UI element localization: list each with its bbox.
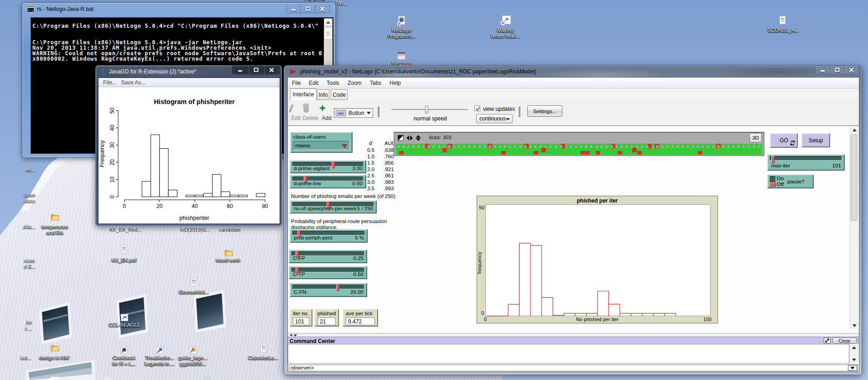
slider-no-of-spearphish-per-week[interactable]: no-of-spearphish-per-week5 / 250	[290, 200, 377, 213]
switch-pause[interactable]: OnOffpause?	[767, 174, 814, 188]
add-button[interactable]: Add	[319, 102, 334, 124]
javagd-window[interactable]: JavaGD for R-Extension (2) *active* File…	[95, 65, 282, 226]
scroll-up-button[interactable]	[850, 126, 858, 134]
edit-button[interactable]: Edit	[288, 102, 304, 124]
world-canvas[interactable]	[396, 144, 762, 155]
clear-button[interactable]: Clear	[832, 338, 857, 344]
netlogo-window[interactable]: phishing_model_v2 - NetLogo {C:\Users\ka…	[284, 65, 862, 375]
command-center-output[interactable]	[288, 344, 849, 364]
scroll-up-button[interactable]	[324, 18, 333, 26]
maximize-button[interactable]	[830, 66, 844, 74]
desktop-icon-sconul[interactable]: SCONUL_A...	[763, 16, 804, 33]
settings-button[interactable]: Settings...	[527, 105, 562, 117]
minimize-button[interactable]	[816, 66, 830, 74]
slider-handle[interactable]	[771, 156, 774, 163]
netlogo-titlebar[interactable]: phishing_model_v2 - NetLogo {C:\Users\ka…	[284, 66, 862, 77]
desktop-label-fragment: Loan	[24, 192, 35, 198]
view-3d-button[interactable]: 3D	[749, 133, 762, 142]
turtle-marker	[498, 144, 502, 148]
slider-C-TP[interactable]: C-TP0.50	[289, 266, 367, 279]
interface-vscrollbar[interactable]	[850, 126, 858, 329]
turtle-marker	[595, 144, 598, 148]
menu-help[interactable]: Help	[385, 80, 405, 86]
scroll-thumb[interactable]	[851, 134, 858, 221]
tab-code[interactable]: Code	[331, 89, 348, 100]
javagd-menu-item[interactable]: File...	[103, 79, 116, 86]
desktop-label-fragment: .docx	[23, 198, 35, 203]
menu-tools[interactable]: Tools	[322, 80, 343, 86]
desktop-icon-making-better-looking[interactable]: Making better looki...	[485, 16, 526, 39]
slider-handle[interactable]	[332, 161, 335, 168]
world-view[interactable]: ticks: 3033D	[394, 132, 764, 156]
update-mode-dropdown[interactable]: continuous	[476, 114, 513, 123]
delete-button[interactable]: Delete	[302, 102, 318, 124]
minimize-button[interactable]	[233, 66, 248, 74]
observer-command-line[interactable]: observer>	[289, 364, 858, 371]
setup-button-label: Setup	[809, 137, 823, 144]
desktop-icon-ccl-beagle[interactable]: CCL-BEAGLE	[104, 314, 145, 328]
maximize-button[interactable]	[248, 66, 264, 74]
menu-zoom[interactable]: Zoom	[343, 80, 366, 86]
desktop-icon-temperance-and-ra[interactable]: temperance and RA	[34, 212, 75, 236]
shortcut-blue-icon	[156, 347, 163, 354]
svg-text:10: 10	[109, 177, 115, 183]
desktop-icon-kk-ek-pdf[interactable]: KK_EK.pdf	[104, 245, 145, 263]
chooser-class-of-users[interactable]: class-of-usersmtwos	[290, 132, 353, 153]
maximize-button[interactable]	[301, 4, 315, 13]
desktop-icon-label: Cookbook for R » L...	[104, 355, 145, 367]
desktop-icon-cabrales-lu[interactable]: CabralesLu...	[243, 344, 284, 361]
desktop-icon-guide-legends-ggplot[interactable]: guide_lege... ggplot209...	[172, 347, 213, 367]
arrow-doc-icon	[500, 16, 511, 26]
chooser-dropdown-triangle-icon	[342, 144, 347, 148]
command-center-splitter[interactable]	[288, 333, 859, 337]
command-center-expand-button[interactable]	[824, 338, 831, 344]
desktop-icon-travel-work[interactable]: travel work	[208, 247, 249, 263]
desktop-icon-cookbook-for-r[interactable]: RCookbook for R » L...	[104, 347, 145, 367]
command-history-button[interactable]	[848, 365, 857, 371]
slider-max-iter[interactable]: max-iter101	[767, 154, 845, 171]
slider-C-FP[interactable]: C-FP0.25	[289, 250, 367, 263]
view-updates-checkbox[interactable]	[474, 105, 480, 111]
scroll-thumb[interactable]	[324, 27, 333, 40]
desktop-icon-design-in-nw[interactable]: design in NW	[33, 343, 75, 361]
menu-tabs[interactable]: Tabs	[366, 80, 385, 86]
turtle-marker	[665, 144, 669, 148]
javagd-menu-item[interactable]: Save As...	[121, 79, 146, 86]
scroll-down-button[interactable]	[850, 358, 858, 362]
setup-button[interactable]: Setup	[801, 133, 830, 147]
slider-C-FN[interactable]: C-FN20.00	[290, 283, 367, 297]
scroll-down-button[interactable]	[850, 322, 858, 329]
shortcut-color-icon	[189, 347, 197, 354]
slider-value: 20.00	[350, 289, 364, 295]
ticks-counter: ticks: 303	[429, 135, 452, 140]
menu-file[interactable]: File	[288, 80, 305, 86]
desktop-icon-goereeholt[interactable]: GoereeHolt...	[173, 278, 214, 295]
chooser-value-box[interactable]: mtwos	[293, 141, 350, 150]
slider-prob-periph-pers[interactable]: prob-periph-pers5 %	[290, 229, 368, 243]
switch-handle[interactable]	[769, 182, 776, 187]
slider-d-prime-vigilant[interactable]: d-prime-vigilant3.00	[290, 160, 366, 173]
desktop-icon-netlogo-programming[interactable]: NetLogo Programm...	[381, 16, 422, 39]
go-button[interactable]: GO	[770, 133, 798, 148]
turtle-marker	[605, 144, 608, 148]
slider-handle[interactable]	[336, 284, 339, 291]
close-button[interactable]	[264, 66, 279, 74]
scroll-up-button[interactable]	[850, 345, 858, 350]
auc-table-row: 3.0.983	[365, 179, 397, 186]
speed-slider-thumb[interactable]	[425, 105, 428, 114]
close-button[interactable]	[315, 4, 329, 13]
slider-groove	[770, 156, 842, 161]
tab-info[interactable]: Info	[317, 89, 329, 100]
tab-interface[interactable]: Interface	[290, 88, 317, 100]
command-input[interactable]	[316, 365, 847, 371]
slider-d-prime-low[interactable]: d-prime-low0.50	[290, 175, 366, 188]
turtle-marker	[427, 144, 431, 148]
widget-type-dropdown[interactable]: abcButton	[334, 108, 373, 118]
minimize-button[interactable]	[286, 4, 301, 13]
r-histogram-bar	[186, 195, 195, 197]
command-output-scrollbar[interactable]	[849, 344, 858, 364]
close-button[interactable]	[844, 66, 858, 74]
menu-edit[interactable]: Edit	[305, 80, 322, 86]
desktop-icon-netlogo-file[interactable]: NetLogo	[381, 52, 422, 67]
auc-dprime-value: 2.5	[367, 173, 374, 178]
